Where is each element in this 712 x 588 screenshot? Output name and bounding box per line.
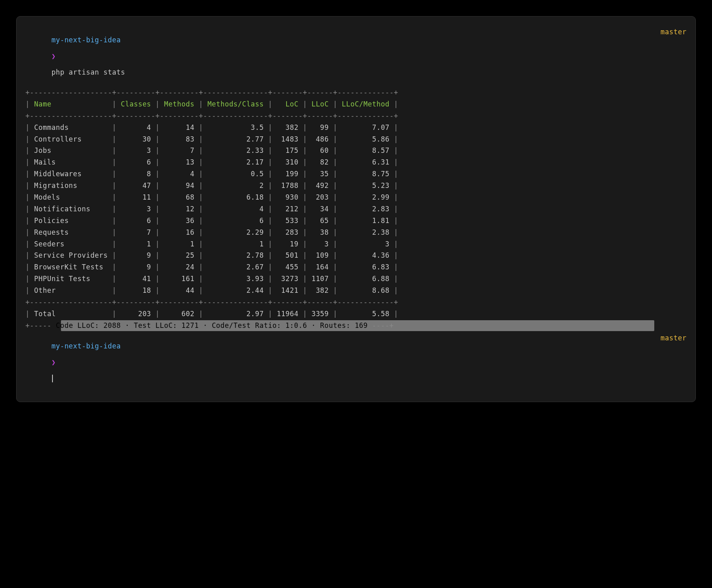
terminal-window: my-next-big-idea ❯ php artisan stats mas… — [16, 16, 696, 402]
prompt-chevron-icon: ❯ — [51, 52, 56, 60]
summary-overlay: +----- Code LLoC: 2088 · Test LLoC: 1271… — [25, 320, 687, 332]
stats-table: +-------------------+---------+---------… — [25, 87, 687, 320]
summary-line: +----- Code LLoC: 2088 · Test LLoC: 1271… — [25, 320, 687, 332]
git-branch-2: master — [661, 334, 687, 342]
prompt-path: my-next-big-idea — [51, 36, 121, 44]
git-branch: master — [661, 28, 687, 36]
prompt-line-1: my-next-big-idea ❯ php artisan stats mas… — [25, 28, 687, 84]
prompt-chevron-icon-2: ❯ — [51, 358, 56, 366]
cursor-icon[interactable] — [52, 375, 53, 382]
prompt-path-2: my-next-big-idea — [51, 342, 121, 350]
prompt-line-2: my-next-big-idea ❯ master — [25, 334, 687, 390]
prompt-command: php artisan stats — [51, 68, 125, 76]
